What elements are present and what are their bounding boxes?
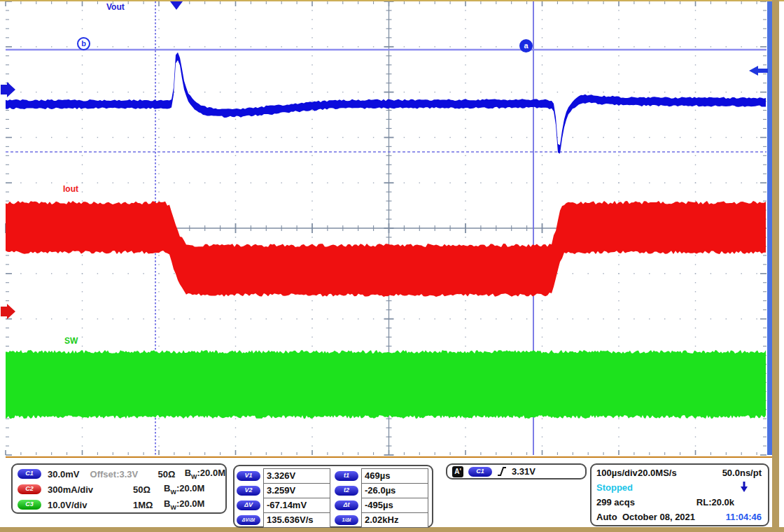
channel-2-impedance: 50Ω [133,484,164,495]
channel-2-bandwidth: BW:20.0M [164,483,204,496]
inv-delta-t-value: 2.02kHz [361,512,428,528]
readout-row: V1 3.326V [237,468,330,484]
t1-label: t1 [335,471,358,481]
sample-rate-value: 20.0MS/s [638,468,677,478]
v2-value: 3.259V [263,483,330,498]
channel-3-badge[interactable]: C3 [18,500,41,510]
time-display: 11:04:46 [726,512,762,522]
readout-row: t1 469µs [335,468,428,484]
time-readout-column: t1 469µs t2 -26.0µs Δt -495µs 1/Δt 2.02k… [335,468,428,528]
ch2-trace-label: Iout [63,184,78,194]
vout-trace [6,52,766,154]
ch3-trace-label: SW [64,336,78,346]
channel-2-badge[interactable]: C2 [18,484,41,494]
cursor-readout-box: V1 3.326V V2 3.259V ΔV -67.14mV ΔV/Δt 13… [233,465,433,528]
sw-trace [6,350,766,419]
channel-1-position-marker[interactable] [1,82,15,97]
trigger-source-badge[interactable]: C1 [468,467,492,477]
channel-1-badge[interactable]: C1 [18,469,41,479]
t2-value: -26.0µs [361,483,428,498]
screen-frame-right [772,0,779,529]
v1-value: 3.326V [263,468,330,484]
channel-1-offset: Offset:3.3V [90,469,158,479]
channel-1-scale: 30.0mV [48,469,90,479]
acquisition-status: Stopped [596,482,633,493]
channel-2-settings-row: C2 300mA/div 50Ω BW:20.0M [13,482,225,497]
v2-label: V2 [237,486,260,496]
delta-v-label: ΔV [237,500,260,510]
readout-row: 1/Δt 2.02kHz [335,512,428,528]
channel-2-position-marker[interactable] [1,304,15,319]
timebase-value: 100µs/div [596,468,638,478]
channel-3-settings-row: C3 10.0V/div 1MΩ BW:20.0M [13,497,225,512]
screen-frame-bottom [0,527,784,532]
scope-waveform-display [0,0,784,459]
channel-3-impedance: 1MΩ [133,500,164,510]
v1-label: V1 [237,471,260,481]
inv-delta-t-label: 1/Δt [335,515,358,525]
resolution-value: 50.0ns/pt [722,468,762,478]
acquisition-count: 299 acqs [596,497,635,507]
status-bar-separator [6,456,772,458]
delta-t-label: Δt [335,500,358,510]
screen-frame-top [0,0,784,1]
channel-1-impedance: 50Ω [158,469,185,479]
dv-dt-label: ΔV/Δt [237,515,260,525]
down-arrow-icon [740,481,748,493]
voltage-readout-column: V1 3.326V V2 3.259V ΔV -67.14mV ΔV/Δt 13… [237,468,330,528]
channel-2-scale: 300mA/div [48,484,133,495]
readout-row: V2 3.259V [237,483,330,498]
right-scroll-stripe[interactable] [767,1,772,455]
rising-edge-icon [497,466,507,477]
trigger-mode: Auto [596,512,617,522]
channel-1-settings-row: C1 30.0mV Offset:3.3V 50Ω BW:20.0M [13,466,225,482]
trigger-position-marker[interactable] [170,1,183,10]
acquisition-info-box[interactable]: 100µs/div 20.0MS/s 50.0ns/pt Stopped 299… [590,463,769,526]
trigger-a-badge: A' [452,466,463,477]
channel-3-bandwidth: BW:20.0M [164,498,204,511]
channel-3-scale: 10.0V/div [48,500,133,510]
readout-row: t2 -26.0µs [335,483,428,498]
iout-trace [6,201,766,297]
delta-v-value: -67.14mV [263,498,330,513]
trigger-level-value: 3.31V [512,466,536,477]
trigger-settings-box[interactable]: A' C1 3.31V [446,463,587,479]
cursor-a-marker[interactable]: a [519,39,533,52]
record-length: RL:20.0k [696,497,734,507]
channel-settings-box[interactable]: C1 30.0mV Offset:3.3V 50Ω BW:20.0M C2 30… [11,463,227,514]
ch1-trace-label: Vout [106,2,125,12]
readout-row: ΔV -67.14mV [237,498,330,513]
t2-label: t2 [335,486,358,496]
cursor-b-marker[interactable]: b [77,37,90,50]
t1-value: 469µs [361,468,428,484]
date-display: October 08, 2021 [622,512,695,522]
readout-row: ΔV/Δt 135.636V/s [237,512,330,528]
channel-1-bandwidth: BW:20.0M [185,468,225,480]
dv-dt-value: 135.636V/s [263,512,330,528]
readout-row: Δt -495µs [335,498,428,513]
delta-t-value: -495µs [361,498,428,513]
